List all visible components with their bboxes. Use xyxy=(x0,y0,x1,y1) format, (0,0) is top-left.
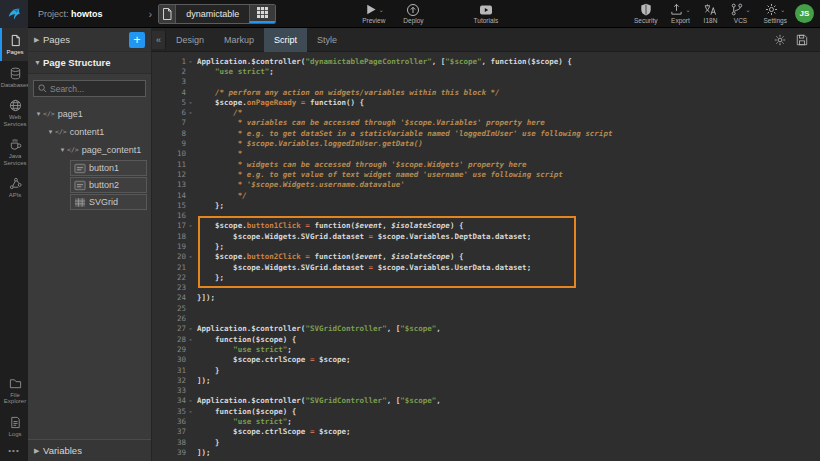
active-page-tab[interactable]: dynamictable xyxy=(158,4,276,24)
export-label: Export xyxy=(671,17,690,24)
tutorials-button[interactable]: Tutorials xyxy=(474,3,499,24)
code-line-32[interactable]: 32]); xyxy=(166,375,820,385)
code-line-28[interactable]: 28- function($scope) { xyxy=(166,334,820,344)
page-structure-header[interactable]: ▼ Page Structure xyxy=(28,52,151,74)
deploy-button[interactable]: Deploy xyxy=(403,3,423,24)
grid-squares-icon[interactable] xyxy=(249,5,275,23)
code-line-38[interactable]: 38 } xyxy=(166,437,820,447)
line-number: 14 xyxy=(166,191,186,200)
more-options-button[interactable]: ••• xyxy=(0,442,28,461)
code-line-16[interactable]: 16 xyxy=(166,210,820,220)
code-line-20[interactable]: 20- $scope.button2Click = function($even… xyxy=(166,252,820,262)
code-line-35[interactable]: 35- function($scope) { xyxy=(166,406,820,416)
code-line-22[interactable]: 22 }; xyxy=(166,272,820,282)
preview-button[interactable]: ⌄Preview xyxy=(362,3,385,24)
button-widget-icon xyxy=(74,163,86,174)
code-line-36[interactable]: 36 "use strict"; xyxy=(166,416,820,426)
save-button[interactable] xyxy=(796,34,808,46)
script-editor[interactable]: 1-Application.$controller("dynamictableP… xyxy=(152,52,820,461)
security-button[interactable]: Security xyxy=(634,3,657,24)
page-structure-tree: ▾</>page1▾</>content1▾</>page_content1bu… xyxy=(28,103,151,211)
code-line-29[interactable]: 29 "use strict"; xyxy=(166,344,820,354)
line-number: 9 xyxy=(166,139,186,148)
add-page-button[interactable]: + xyxy=(129,32,145,48)
top-header: Project: howtos › dynamictable ⌄PreviewD… xyxy=(0,0,820,28)
sidebar-item-file-explorer[interactable]: File Explorer xyxy=(0,371,28,410)
sidebar-item-databases[interactable]: Databases xyxy=(0,61,28,94)
code-line-26[interactable]: 26 xyxy=(166,313,820,323)
code-line-37[interactable]: 37 $scope.ctrlScope = $scope; xyxy=(166,427,820,437)
code-line-15[interactable]: 15 }; xyxy=(166,200,820,210)
script-settings-button[interactable] xyxy=(774,34,786,46)
code-line-34[interactable]: 34-Application.$controller("SVGridContro… xyxy=(166,396,820,406)
tab-style[interactable]: Style xyxy=(307,28,347,52)
fold-marker-icon[interactable]: - xyxy=(186,252,195,261)
i18n-button[interactable]: I18N xyxy=(703,3,717,24)
tree-item-content1[interactable]: ▾</>content1 xyxy=(46,123,151,141)
code-line-12[interactable]: 12 * e.g. to get value of text widget na… xyxy=(166,169,820,179)
vcs-button[interactable]: ⌄VCS xyxy=(730,3,750,24)
tree-item-button2[interactable]: button2 xyxy=(70,177,147,193)
code-line-17[interactable]: 17- $scope.button1Click = function($even… xyxy=(166,221,820,231)
caret-down-icon[interactable]: ▾ xyxy=(34,110,43,118)
code-line-7[interactable]: 7 * variables can be accessed through '$… xyxy=(166,118,820,128)
code-line-18[interactable]: 18 $scope.Widgets.SVGrid.dataset = $scop… xyxy=(166,231,820,241)
settings-button[interactable]: ⌄Settings xyxy=(764,3,788,24)
variables-section-header[interactable]: ▶ Variables xyxy=(28,439,151,461)
globe-icon xyxy=(9,99,22,112)
fold-marker-icon[interactable]: - xyxy=(186,407,195,416)
code-line-23[interactable]: 23 xyxy=(166,283,820,293)
tab-script[interactable]: Script xyxy=(264,28,307,52)
code-line-39[interactable]: 39]); xyxy=(166,447,820,457)
tree-item-button1[interactable]: button1 xyxy=(70,160,147,176)
code-line-19[interactable]: 19 }; xyxy=(166,241,820,251)
code-line-6[interactable]: 6- /* xyxy=(166,107,820,117)
code-line-8[interactable]: 8 * e.g. to get dataSet in a staticVaria… xyxy=(166,128,820,138)
sidebar-item-logs[interactable]: Logs xyxy=(0,410,28,443)
sidebar-item-java-services[interactable]: Java Services xyxy=(0,132,28,171)
code-line-9[interactable]: 9 * $scope.Variables.loggedInUser.getDat… xyxy=(166,138,820,148)
deploy-icon xyxy=(406,3,420,17)
caret-down-icon[interactable]: ▾ xyxy=(58,146,67,154)
code-line-3[interactable]: 3 xyxy=(166,77,820,87)
database-icon xyxy=(9,67,22,80)
tree-item-page1[interactable]: ▾</>page1 xyxy=(34,105,151,123)
code-line-21[interactable]: 21 $scope.Widgets.SVGrid.dataset = $scop… xyxy=(166,262,820,272)
fold-marker-icon[interactable]: - xyxy=(186,221,195,230)
code-line-30[interactable]: 30 $scope.ctrlScope = $scope; xyxy=(166,355,820,365)
pages-section-header[interactable]: ▶ Pages + xyxy=(28,28,151,52)
code-line-25[interactable]: 25 xyxy=(166,303,820,313)
code-line-33[interactable]: 33 xyxy=(166,386,820,396)
collapse-panel-button[interactable]: « xyxy=(152,31,166,49)
code-line-31[interactable]: 31 } xyxy=(166,365,820,375)
line-number: 26 xyxy=(166,314,186,323)
wavemaker-logo[interactable] xyxy=(0,0,28,28)
user-avatar[interactable]: JS xyxy=(795,4,814,23)
sidebar-item-pages[interactable]: Pages xyxy=(0,28,28,61)
fold-marker-icon[interactable]: - xyxy=(186,396,195,405)
code-line-1[interactable]: 1-Application.$controller("dynamictableP… xyxy=(166,56,820,66)
code-line-10[interactable]: 10 * xyxy=(166,149,820,159)
fold-marker-icon[interactable]: - xyxy=(186,324,195,333)
fold-marker-icon[interactable]: - xyxy=(186,57,195,66)
sidebar-item-web-services[interactable]: Web Services xyxy=(0,93,28,132)
tree-item-SVGrid[interactable]: SVGrid xyxy=(70,194,147,210)
structure-search-input[interactable] xyxy=(50,84,141,94)
code-line-2[interactable]: 2 "use strict"; xyxy=(166,66,820,76)
fold-marker-icon[interactable]: - xyxy=(186,98,195,107)
tab-design[interactable]: Design xyxy=(166,28,214,52)
code-line-13[interactable]: 13 * '$scope.Widgets.username.datavalue' xyxy=(166,180,820,190)
tree-item-page_content1[interactable]: ▾</>page_content1 xyxy=(58,141,151,159)
code-line-27[interactable]: 27-Application.$controller("SVGridContro… xyxy=(166,324,820,334)
code-line-11[interactable]: 11 * widgets can be accessed through '$s… xyxy=(166,159,820,169)
caret-down-icon[interactable]: ▾ xyxy=(46,128,55,136)
tab-markup[interactable]: Markup xyxy=(214,28,264,52)
fold-marker-icon[interactable]: - xyxy=(186,335,195,344)
code-line-24[interactable]: 24}]); xyxy=(166,293,820,303)
export-button[interactable]: ⌄Export xyxy=(670,3,690,24)
code-line-4[interactable]: 4 /* perform any action on widgets/varia… xyxy=(166,87,820,97)
code-line-5[interactable]: 5- $scope.onPageReady = function() { xyxy=(166,97,820,107)
code-line-14[interactable]: 14 */ xyxy=(166,190,820,200)
fold-marker-icon[interactable]: - xyxy=(186,108,195,117)
sidebar-item-apis[interactable]: APIs xyxy=(0,171,28,204)
